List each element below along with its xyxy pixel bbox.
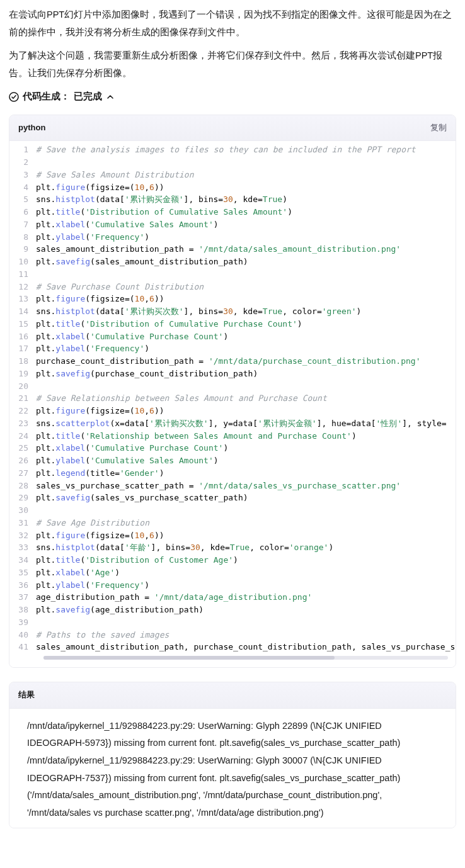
line-content: # Save Age Distribution [36, 517, 456, 529]
code-line: 41sales_amount_distribution_path, purcha… [9, 641, 456, 653]
line-content: sales_amount_distribution_path, purchase… [36, 641, 456, 653]
result-line: ('/mnt/data/sales_amount_distribution.pn… [27, 787, 438, 821]
line-content: plt.ylabel('Frequency') [36, 579, 456, 592]
code-line: 27plt.legend(title='Gender') [9, 467, 456, 480]
line-number: 19 [9, 368, 36, 380]
line-number: 23 [9, 417, 36, 430]
code-line: 21# Save Relationship between Sales Amou… [9, 392, 456, 405]
line-content: plt.savefig(purchase_count_distribution_… [36, 368, 456, 380]
line-number: 40 [9, 629, 36, 641]
line-number: 30 [9, 504, 36, 517]
line-number: 13 [9, 293, 36, 305]
line-content: sns.histplot(data['累计购买次数'], bins=30, kd… [36, 305, 456, 318]
line-content: # Save the analysis images to files so t… [36, 144, 456, 156]
code-line: 31# Save Age Distribution [9, 517, 456, 529]
line-content [36, 616, 456, 629]
check-circle-icon [9, 92, 19, 102]
line-number: 10 [9, 256, 36, 268]
line-number: 29 [9, 492, 36, 504]
line-number: 18 [9, 355, 36, 368]
line-number: 5 [9, 193, 36, 206]
line-number: 27 [9, 467, 36, 480]
codegen-status-row[interactable]: 代码生成： 已完成 [9, 88, 456, 106]
code-line: 17plt.ylabel('Frequency') [9, 342, 456, 355]
line-content: sales_vs_purchase_scatter_path = '/mnt/d… [36, 480, 456, 492]
code-line: 29plt.savefig(sales_vs_purchase_scatter_… [9, 492, 456, 504]
line-content [36, 268, 456, 281]
result-line: /mnt/data/ipykernel_11/929884223.py:29: … [27, 752, 438, 787]
line-number: 33 [9, 541, 36, 554]
code-line: 4plt.figure(figsize=(10,6)) [9, 181, 456, 194]
code-line: 8plt.ylabel('Frequency') [9, 231, 456, 244]
code-line: 3# Save Sales Amount Distribution [9, 169, 456, 181]
code-line: 11 [9, 268, 456, 281]
line-content [36, 156, 456, 169]
scrollbar-thumb[interactable] [43, 656, 335, 660]
line-content: sales_amount_distribution_path = '/mnt/d… [36, 243, 456, 256]
horizontal-scrollbar[interactable] [43, 656, 448, 660]
code-line: 5sns.histplot(data['累计购买金额'], bins=30, k… [9, 193, 456, 206]
line-number: 24 [9, 430, 36, 442]
code-line: 39 [9, 616, 456, 629]
line-number: 21 [9, 392, 36, 405]
line-number: 16 [9, 330, 36, 343]
code-line: 20 [9, 380, 456, 393]
code-line: 6plt.title('Distribution of Cumulative S… [9, 206, 456, 218]
result-line: /mnt/data/ipykernel_11/929884223.py:29: … [27, 718, 438, 752]
line-content: age_distribution_path = '/mnt/data/age_d… [36, 591, 456, 604]
copy-button[interactable]: 复制 [430, 123, 447, 133]
code-line: 1# Save the analysis images to files so … [9, 144, 456, 156]
line-number: 22 [9, 405, 36, 417]
line-content: plt.figure(figsize=(10,6)) [36, 405, 456, 417]
line-number: 4 [9, 181, 36, 194]
line-number: 26 [9, 454, 36, 467]
line-number: 6 [9, 206, 36, 218]
line-number: 28 [9, 480, 36, 492]
line-content [36, 380, 456, 393]
code-line: 35plt.xlabel('Age') [9, 566, 456, 579]
code-block: python 复制 1# Save the analysis images to… [9, 115, 456, 668]
line-number: 15 [9, 318, 36, 330]
result-block: 结果 /mnt/data/ipykernel_11/929884223.py:2… [9, 682, 456, 828]
assistant-paragraph-2: 为了解决这个问题，我需要重新生成分析图像，并将它们保存到文件中。然后，我将再次尝… [9, 47, 456, 82]
code-line: 30 [9, 504, 456, 517]
code-line: 2 [9, 156, 456, 169]
code-line: 24plt.title('Relationship between Sales … [9, 430, 456, 442]
code-line: 14sns.histplot(data['累计购买次数'], bins=30, … [9, 305, 456, 318]
line-number: 3 [9, 169, 36, 181]
line-content: sns.histplot(data['累计购买金额'], bins=30, kd… [36, 193, 456, 206]
line-content: plt.ylabel('Cumulative Sales Amount') [36, 454, 456, 467]
chevron-up-icon [106, 93, 115, 101]
line-number: 1 [9, 144, 36, 156]
line-content: # Save Purchase Count Distribution [36, 281, 456, 293]
code-line: 9sales_amount_distribution_path = '/mnt/… [9, 243, 456, 256]
line-number: 36 [9, 579, 36, 592]
code-line: 38plt.savefig(age_distribution_path) [9, 604, 456, 616]
code-line: 15plt.title('Distribution of Cumulative … [9, 318, 456, 330]
code-line: 40# Paths to the saved images [9, 629, 456, 641]
codegen-status-state: 已完成 [74, 88, 102, 106]
code-line: 12# Save Purchase Count Distribution [9, 281, 456, 293]
line-content: sns.histplot(data['年龄'], bins=30, kde=Tr… [36, 541, 456, 554]
line-content: # Save Relationship between Sales Amount… [36, 392, 456, 405]
line-content: plt.savefig(age_distribution_path) [36, 604, 456, 616]
line-number: 39 [9, 616, 36, 629]
codegen-status-prefix: 代码生成： [23, 88, 70, 106]
code-line: 36plt.ylabel('Frequency') [9, 579, 456, 592]
line-content: plt.title('Distribution of Cumulative Sa… [36, 206, 456, 218]
code-line: 18purchase_count_distribution_path = '/m… [9, 355, 456, 368]
line-content: purchase_count_distribution_path = '/mnt… [36, 355, 456, 368]
code-line: 32plt.figure(figsize=(10,6)) [9, 529, 456, 542]
line-content: plt.ylabel('Frequency') [36, 231, 456, 244]
line-number: 38 [9, 604, 36, 616]
line-number: 37 [9, 591, 36, 604]
code-line: 7plt.xlabel('Cumulative Sales Amount') [9, 218, 456, 231]
line-number: 8 [9, 231, 36, 244]
code-body[interactable]: 1# Save the analysis images to files so … [9, 141, 456, 667]
line-number: 34 [9, 554, 36, 566]
line-content: plt.savefig(sales_amount_distribution_pa… [36, 256, 456, 268]
line-content: plt.title('Distribution of Cumulative Pu… [36, 318, 456, 330]
line-number: 41 [9, 641, 36, 653]
code-line: 26plt.ylabel('Cumulative Sales Amount') [9, 454, 456, 467]
line-content: plt.savefig(sales_vs_purchase_scatter_pa… [36, 492, 456, 504]
